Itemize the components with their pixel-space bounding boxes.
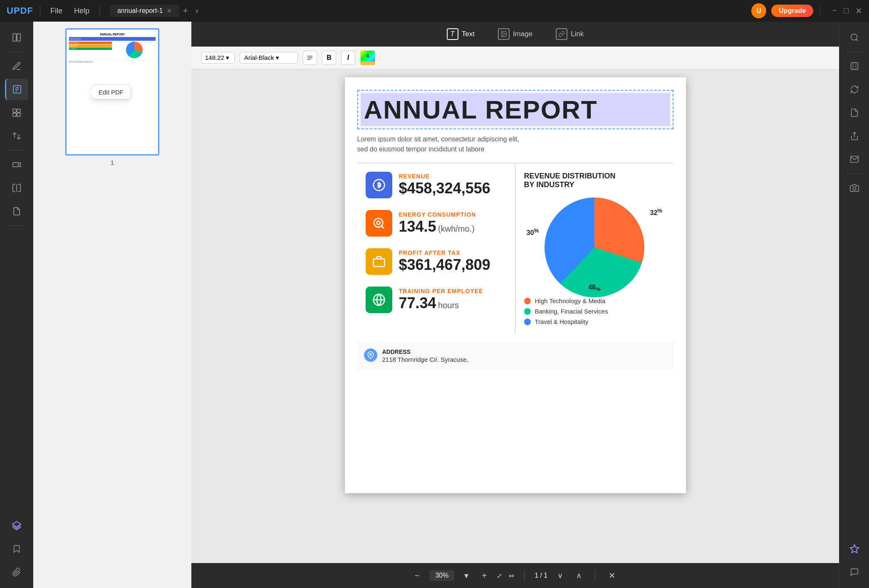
- stat-value-row-training: 77.34 hours: [399, 294, 483, 312]
- align-button[interactable]: [303, 51, 317, 65]
- stat-info-revenue: REVENUE $458,324,556: [399, 173, 490, 197]
- sidebar-icon-attachment[interactable]: [5, 561, 28, 583]
- svg-rect-7: [13, 163, 18, 167]
- svg-rect-0: [13, 34, 16, 41]
- sidebar-divider-2: [8, 150, 25, 151]
- bold-label: B: [327, 54, 332, 62]
- right-comment-icon[interactable]: [843, 561, 866, 583]
- right-ai-icon[interactable]: [843, 538, 866, 560]
- upgrade-button[interactable]: Upgrade: [771, 5, 813, 17]
- help-menu[interactable]: Help: [71, 5, 93, 17]
- sidebar-divider-1: [8, 52, 25, 52]
- thumbnail-page-1[interactable]: Edit PDF ANNUAL REPORT $458,324,556 134.…: [65, 28, 159, 156]
- svg-rect-6: [17, 113, 20, 116]
- right-divider-2: [846, 173, 863, 174]
- right-extract-icon[interactable]: [843, 102, 866, 124]
- font-size-value: 148.22: [205, 54, 224, 61]
- right-ocr-icon[interactable]: [843, 55, 866, 77]
- divider-3: [820, 5, 820, 17]
- right-convert-icon[interactable]: [843, 79, 866, 100]
- sidebar-icon-edit-pdf[interactable]: [5, 79, 28, 100]
- page-number-label: 1: [65, 159, 159, 166]
- italic-button[interactable]: I: [341, 51, 355, 65]
- svg-point-20: [851, 34, 857, 40]
- stat-icon-training: [366, 287, 392, 313]
- title-text-block[interactable]: ANNUAL REPORT: [357, 90, 673, 129]
- zoom-dropdown-icon[interactable]: ▾: [461, 569, 472, 582]
- stat-label-profit: PROFIT AFTER TAX: [399, 250, 490, 256]
- next-page-button[interactable]: ∧: [573, 569, 585, 582]
- pie-label-32: 32%: [650, 208, 663, 217]
- right-sidebar: [839, 22, 869, 588]
- sidebar-icon-convert[interactable]: [5, 125, 28, 147]
- address-map-icon: [364, 348, 377, 362]
- new-tab-button[interactable]: +: [181, 4, 190, 18]
- sidebar-icon-compare[interactable]: [5, 177, 28, 199]
- sidebar-icon-layers[interactable]: [5, 515, 28, 536]
- pie-chart-container: 30% 32% 48% High Technology & Media: [524, 198, 665, 325]
- zoom-level-display[interactable]: 30%: [429, 570, 454, 581]
- sidebar-icon-markup[interactable]: [5, 55, 28, 77]
- font-size-selector[interactable]: 148.22 ▾: [201, 52, 235, 64]
- stat-info-energy: ENERGY CONSUMPTION 134.5 (kwh/mo.): [399, 211, 476, 235]
- sidebar-icon-stamp[interactable]: [5, 200, 28, 222]
- editor-area: T Text Image Link 148.22 ▾: [191, 22, 839, 588]
- minimize-button[interactable]: −: [832, 6, 837, 16]
- stat-value-training: 77.34: [399, 294, 436, 311]
- prev-page-button[interactable]: ∨: [554, 569, 566, 582]
- link-tool-icon: [556, 28, 567, 40]
- legend-item-0: High Technology & Media: [524, 297, 665, 304]
- chart-title: REVENUE DISTRIBUTION BY INDUSTRY: [524, 172, 665, 189]
- tabs-dropdown-icon[interactable]: ∨: [195, 7, 199, 14]
- sidebar-icon-ocr[interactable]: [5, 154, 28, 175]
- font-name-value: Arial-Black: [244, 54, 274, 61]
- svg-point-10: [503, 33, 503, 34]
- fit-width-icon[interactable]: ⇔: [509, 572, 514, 580]
- zoom-out-button[interactable]: −: [411, 569, 423, 582]
- zoom-in-button[interactable]: +: [478, 569, 490, 582]
- color-picker-button[interactable]: A: [360, 50, 375, 65]
- link-tool-button[interactable]: Link: [551, 26, 589, 42]
- stat-unit-energy: (kwh/mo.): [438, 224, 475, 233]
- file-menu[interactable]: File: [47, 5, 66, 17]
- stat-label-training: TRAINING PER EMPLOYEE: [399, 288, 483, 294]
- right-share-icon[interactable]: [843, 125, 866, 147]
- right-search-icon[interactable]: [843, 27, 866, 48]
- right-snapshot-icon[interactable]: [843, 177, 866, 199]
- link-tool-label: Link: [571, 30, 584, 38]
- tab-close-btn[interactable]: ✕: [167, 7, 172, 14]
- right-email-icon[interactable]: [843, 148, 866, 170]
- text-tool-button[interactable]: T Text: [442, 26, 480, 42]
- sidebar-icon-bookmark[interactable]: [5, 538, 28, 560]
- close-panel-button[interactable]: ✕: [605, 569, 619, 582]
- address-line: 2118 Thornridge Cir. Syracuse,: [382, 356, 468, 363]
- divider-2: [99, 5, 100, 17]
- svg-rect-21: [851, 63, 858, 70]
- font-name-selector[interactable]: Arial-Black ▾: [240, 52, 298, 64]
- sidebar-icon-organize[interactable]: [5, 102, 28, 124]
- sidebar-icon-reader[interactable]: [5, 27, 28, 48]
- font-name-dropdown-icon: ▾: [276, 54, 279, 62]
- stats-section: REVENUE $458,324,556 ENERGY CONSUMPTION: [357, 163, 516, 334]
- stat-row-training: TRAINING PER EMPLOYEE 77.34 hours: [366, 287, 507, 313]
- stat-label-energy: ENERGY CONSUMPTION: [399, 211, 476, 218]
- tooltip-edit-pdf: Edit PDF: [92, 85, 131, 99]
- pie-label-30: 30%: [527, 227, 539, 237]
- legend-label-1: Banking, Finacial Services: [535, 308, 608, 315]
- legend-label-2: Travel & Hospitality: [535, 318, 589, 325]
- maximize-button[interactable]: □: [844, 6, 849, 16]
- tab-annual-report[interactable]: annual-report-1 ✕: [110, 5, 179, 17]
- stat-info-profit: PROFIT AFTER TAX $361,467,809: [399, 250, 490, 274]
- close-button[interactable]: ✕: [855, 6, 862, 16]
- bold-button[interactable]: B: [322, 51, 336, 65]
- svg-rect-3: [13, 109, 16, 112]
- svg-point-19: [369, 353, 371, 356]
- svg-point-16: [376, 221, 380, 225]
- bottom-bar: − 30% ▾ + ⤢ ⇔ 1 / 1 ∨ ∧ ✕: [191, 563, 839, 588]
- address-title: ADDRESS: [382, 348, 468, 355]
- user-avatar[interactable]: U: [751, 3, 766, 18]
- image-tool-button[interactable]: Image: [493, 26, 537, 42]
- svg-marker-24: [850, 545, 859, 553]
- image-tool-label: Image: [513, 30, 532, 38]
- fit-page-icon[interactable]: ⤢: [497, 572, 502, 580]
